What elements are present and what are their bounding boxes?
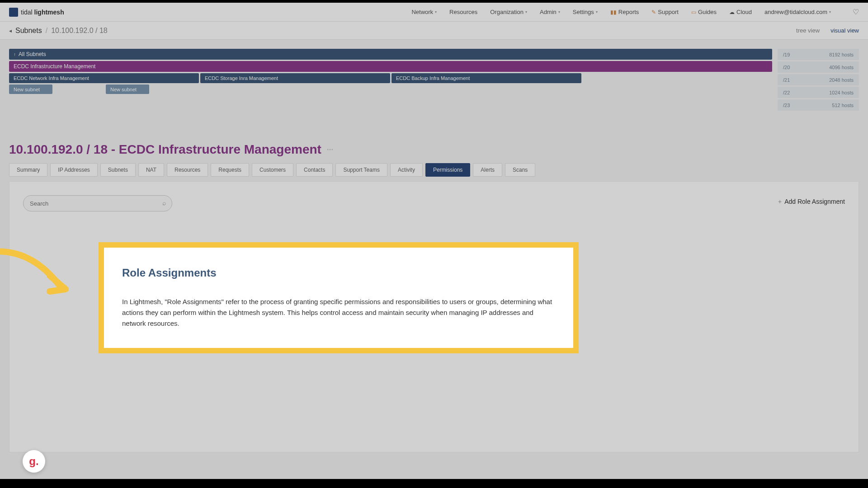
- tab-support-teams[interactable]: Support Teams: [335, 163, 387, 177]
- callout-arrow-icon: [0, 239, 90, 321]
- strip-sub[interactable]: ECDC Backup Infra Management: [392, 73, 581, 83]
- tab-ip-addresses[interactable]: IP Addresses: [50, 163, 98, 177]
- tree-view-link[interactable]: tree view: [796, 27, 820, 34]
- search-input[interactable]: [23, 195, 172, 211]
- page-title: 10.100.192.0 / 18 - ECDC Infrastructure …: [9, 142, 859, 157]
- search-icon: ⌕: [162, 199, 166, 206]
- tab-customers[interactable]: Customers: [252, 163, 293, 177]
- wrench-icon: ✎: [651, 9, 656, 15]
- notification-bell-icon[interactable]: ♡: [853, 8, 859, 16]
- chevron-down-icon: ▾: [596, 10, 598, 14]
- tab-subnets[interactable]: Subnets: [100, 163, 136, 177]
- nav-resources[interactable]: Resources: [449, 9, 477, 15]
- cidr-host-list: /198192 hosts /204096 hosts /212048 host…: [778, 49, 859, 111]
- visual-view-link[interactable]: visual view: [830, 27, 859, 34]
- tab-scans[interactable]: Scans: [505, 163, 535, 177]
- callout-title: Role Assignments: [122, 267, 555, 279]
- nav-admin[interactable]: Admin▾: [540, 9, 560, 15]
- book-icon: ▭: [691, 9, 696, 15]
- breadcrumb-current: 10.100.192.0 / 18: [51, 27, 108, 35]
- new-subnet-button[interactable]: New subnet: [9, 84, 52, 94]
- tab-alerts[interactable]: Alerts: [473, 163, 502, 177]
- nav-network[interactable]: Network▾: [411, 9, 437, 15]
- tab-summary[interactable]: Summary: [9, 163, 47, 177]
- cidr-item[interactable]: /23512 hosts: [778, 99, 859, 111]
- tab-activity[interactable]: Activity: [390, 163, 423, 177]
- nav-guides[interactable]: ▭Guides: [691, 9, 717, 15]
- tabs: Summary IP Addresses Subnets NAT Resourc…: [9, 163, 859, 177]
- logo-text: tidal lightmesh: [21, 9, 64, 16]
- nav-reports[interactable]: ▮▮Reports: [610, 9, 639, 15]
- floating-g-badge[interactable]: g.: [23, 450, 45, 473]
- nav-cloud[interactable]: ☁Cloud: [729, 9, 752, 15]
- logo-icon: [9, 8, 18, 17]
- chevron-down-icon: ▾: [829, 10, 831, 14]
- strip-sub[interactable]: ECDC Network Infra Management: [9, 73, 199, 83]
- nav-support[interactable]: ✎Support: [651, 9, 679, 15]
- role-assignments-callout: Role Assignments In Lightmesh, "Role Ass…: [99, 242, 579, 353]
- cidr-item[interactable]: /198192 hosts: [778, 49, 859, 60]
- nav-settings[interactable]: Settings▾: [573, 9, 598, 15]
- nav-organization[interactable]: Organization▾: [490, 9, 527, 15]
- strip-ecdc-infra[interactable]: ECDC Infrastructure Management: [9, 61, 772, 72]
- tab-permissions[interactable]: Permissions: [425, 163, 470, 177]
- chevron-down-icon: ▾: [435, 10, 437, 14]
- cidr-item[interactable]: /212048 hosts: [778, 74, 859, 85]
- add-role-assignment-button[interactable]: Add Role Assignment: [778, 198, 845, 205]
- strip-all-subnets[interactable]: All Subnets: [9, 49, 772, 60]
- top-header: tidal lightmesh Network▾ Resources Organ…: [0, 3, 868, 22]
- breadcrumb: ◂ Subnets / 10.100.192.0 / 18 tree view …: [0, 22, 868, 40]
- tab-contacts[interactable]: Contacts: [296, 163, 333, 177]
- tab-requests[interactable]: Requests: [211, 163, 249, 177]
- strip-sub[interactable]: ECDC Storage Inra Management: [200, 73, 390, 83]
- more-dots-icon[interactable]: ⋯: [327, 146, 333, 153]
- chevron-down-icon: ▾: [558, 10, 560, 14]
- chevron-down-icon: ▾: [525, 10, 527, 14]
- callout-body: In Lightmesh, "Role Assignments" refer t…: [122, 296, 555, 329]
- cidr-item[interactable]: /204096 hosts: [778, 61, 859, 73]
- subnet-visual-strips: All Subnets ECDC Infrastructure Manageme…: [9, 49, 772, 111]
- back-caret-icon[interactable]: ◂: [9, 28, 12, 34]
- cidr-item[interactable]: /221024 hosts: [778, 87, 859, 98]
- bar-chart-icon: ▮▮: [610, 9, 617, 15]
- breadcrumb-root[interactable]: Subnets: [15, 27, 42, 35]
- logo[interactable]: tidal lightmesh: [9, 8, 64, 17]
- tab-resources[interactable]: Resources: [167, 163, 208, 177]
- nav-user-email[interactable]: andrew@tidalcloud.com▾: [764, 9, 831, 15]
- tab-nat[interactable]: NAT: [138, 163, 164, 177]
- breadcrumb-separator: /: [46, 27, 47, 35]
- new-subnet-button[interactable]: New subnet: [106, 84, 149, 94]
- cloud-icon: ☁: [729, 9, 735, 15]
